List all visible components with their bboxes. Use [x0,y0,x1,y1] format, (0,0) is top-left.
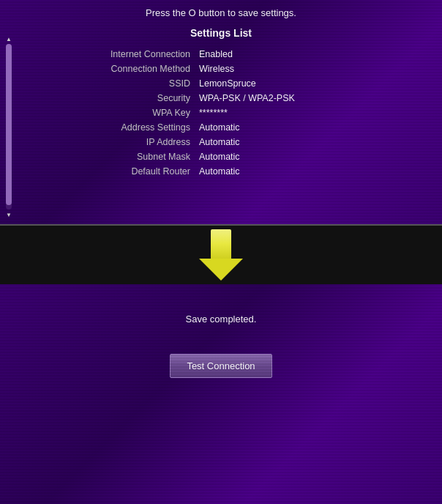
scrollbar-thumb [6,44,12,205]
test-connection-button[interactable]: Test Connection [170,354,271,378]
table-row: SSIDLemonSpruce [82,78,360,89]
settings-value: ******** [199,108,360,118]
settings-list-title: Settings List [190,27,252,39]
settings-value: Automatic [199,152,360,162]
down-arrow-icon [199,229,243,281]
table-row: WPA Key******** [82,108,360,118]
settings-label: Default Router [82,166,199,177]
save-hint: Press the O button to save settings. [146,7,296,18]
settings-value: Automatic [199,166,360,177]
settings-value: Automatic [199,122,360,133]
scrollbar-track [6,44,12,210]
settings-label: Internet Connection [82,49,199,59]
settings-label: Security [82,93,199,103]
table-row: Address SettingsAutomatic [82,122,360,133]
save-completed-text: Save completed. [186,314,257,325]
bottom-panel: Save completed. Test Connection [0,284,442,504]
top-panel: ▲ ▼ Press the O button to save settings.… [0,0,442,226]
table-row: Internet ConnectionEnabled [82,49,360,59]
settings-label: SSID [82,78,199,89]
table-row: SecurityWPA-PSK / WPA2-PSK [82,93,360,103]
settings-table: Internet ConnectionEnabledConnection Met… [82,49,360,181]
settings-value: Enabled [199,49,360,59]
settings-label: Address Settings [82,122,199,133]
settings-value: LemonSpruce [199,78,360,89]
scrollbar-arrow-up-icon: ▲ [6,35,12,42]
settings-label: Connection Method [82,64,199,74]
table-row: IP AddressAutomatic [82,137,360,147]
settings-value: Wireless [199,64,360,74]
scrollbar-arrow-down-icon: ▼ [6,211,12,218]
settings-label: Subnet Mask [82,152,199,162]
table-row: Default RouterAutomatic [82,166,360,177]
settings-label: WPA Key [82,108,199,118]
settings-label: IP Address [82,137,199,147]
settings-value: Automatic [199,137,360,147]
settings-value: WPA-PSK / WPA2-PSK [199,93,360,103]
arrow-section [0,226,442,284]
table-row: Subnet MaskAutomatic [82,152,360,162]
table-row: Connection MethodWireless [82,64,360,74]
